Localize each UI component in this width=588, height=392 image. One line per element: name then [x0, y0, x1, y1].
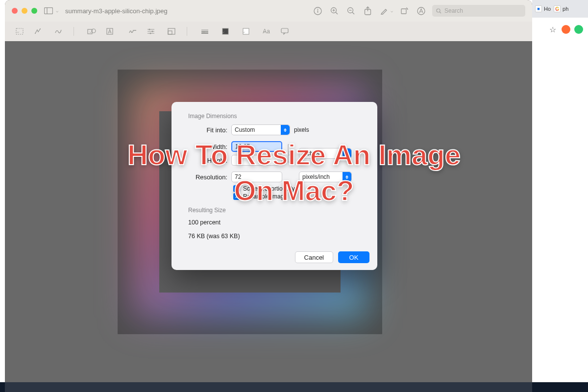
- section-label-dimensions: Image Dimensions: [188, 113, 369, 120]
- titlebar: ⌵ summary-m3-apple-silicon-chip.jpeg ⌵ S…: [5, 0, 532, 22]
- svg-point-16: [437, 9, 440, 12]
- extension-icon-green[interactable]: [574, 25, 583, 34]
- close-window-button[interactable]: [12, 8, 18, 14]
- resolution-label: Resolution:: [179, 173, 231, 181]
- chevron-down-icon[interactable]: ⌵: [391, 8, 393, 13]
- svg-point-3: [317, 9, 318, 10]
- chevron-down-icon: ⌵: [243, 29, 245, 34]
- svg-point-29: [150, 33, 151, 34]
- resolution-unit-value: pixels/inch: [302, 173, 330, 180]
- window-controls: [12, 8, 37, 14]
- instant-alpha-icon[interactable]: [32, 26, 43, 37]
- browser-toolbar-fragment: ☆: [532, 18, 588, 41]
- divider: [187, 27, 187, 36]
- select-arrows-icon: [343, 148, 351, 158]
- svg-rect-38: [289, 152, 293, 155]
- zoom-out-icon[interactable]: [345, 5, 356, 16]
- select-arrows-icon: [281, 125, 290, 135]
- document-filename: summary-m3-apple-silicon-chip.jpeg: [65, 7, 168, 15]
- chevron-down-icon: ⌵: [130, 29, 133, 34]
- sidebar-toggle-icon[interactable]: [43, 5, 54, 16]
- ok-button[interactable]: OK: [338, 251, 369, 263]
- resolution-input[interactable]: [231, 172, 282, 182]
- width-input[interactable]: [231, 141, 282, 152]
- highlight-icon[interactable]: [379, 5, 390, 16]
- divider: [74, 27, 74, 36]
- search-placeholder: Search: [444, 7, 463, 14]
- result-size: 76 KB (was 63 KB): [188, 232, 369, 241]
- dimension-unit-value: inches: [302, 150, 319, 157]
- browser-tab-1[interactable]: ■ Ho: [535, 5, 551, 12]
- svg-rect-30: [168, 28, 175, 34]
- svg-line-17: [440, 12, 441, 13]
- adjust-size-icon[interactable]: [166, 26, 177, 37]
- height-label: Height:: [179, 157, 231, 164]
- resample-image-label: Resample image: [243, 193, 287, 200]
- svg-point-27: [149, 29, 150, 30]
- tab-favicon: ■: [535, 5, 542, 12]
- text-icon[interactable]: [104, 26, 115, 37]
- chevron-down-icon: ⌵: [222, 29, 224, 34]
- svg-point-20: [40, 28, 41, 29]
- chevron-down-icon: ⌵: [263, 29, 266, 34]
- tab-label: Ho: [544, 6, 551, 12]
- dimension-unit-select[interactable]: inches: [299, 148, 352, 159]
- svg-line-6: [336, 12, 338, 14]
- result-percent: 100 percent: [188, 219, 369, 227]
- lock-aspect-icon[interactable]: [282, 138, 299, 169]
- scale-proportionally-checkbox[interactable]: ✓: [233, 185, 240, 192]
- fit-into-label: Fit into:: [179, 126, 231, 134]
- svg-line-10: [352, 12, 354, 14]
- tab-label: ph: [563, 6, 568, 12]
- browser-tab-2[interactable]: G ph: [554, 5, 568, 12]
- chevron-down-icon: ⌵: [17, 29, 19, 34]
- google-favicon-icon: G: [554, 5, 561, 12]
- select-arrows-icon: [343, 172, 351, 182]
- rotate-icon[interactable]: [399, 5, 410, 16]
- line-style-icon[interactable]: ⌵: [197, 26, 208, 37]
- resample-image-checkbox[interactable]: ✓: [233, 193, 240, 200]
- shapes-icon[interactable]: ⌵: [84, 26, 95, 37]
- chevron-down-icon[interactable]: ⌵: [56, 8, 58, 13]
- resolution-unit-select[interactable]: pixels/inch: [299, 172, 352, 182]
- adjust-size-dialog: Image Dimensions Fit into: Custom pixels…: [172, 102, 377, 270]
- section-label-result: Resulting Size: [188, 207, 369, 214]
- selection-tool-icon[interactable]: ⌵: [12, 26, 23, 37]
- extension-icon-orange[interactable]: [562, 25, 570, 34]
- svg-rect-37: [281, 28, 288, 33]
- svg-rect-4: [317, 10, 318, 13]
- adjust-color-icon[interactable]: [146, 26, 156, 37]
- bookmark-star-icon[interactable]: ☆: [548, 24, 558, 34]
- markup-icon[interactable]: [416, 5, 426, 16]
- chevron-down-icon: ⌵: [89, 29, 92, 34]
- page-footer-strip: [0, 382, 588, 392]
- browser-tabstrip: ■ Ho G ph: [532, 0, 588, 18]
- svg-point-19: [35, 33, 36, 34]
- svg-rect-0: [45, 8, 53, 14]
- cancel-button[interactable]: Cancel: [295, 251, 333, 263]
- svg-rect-14: [401, 9, 406, 14]
- zoom-window-button[interactable]: [31, 8, 37, 14]
- fill-color-icon[interactable]: ⌵: [238, 26, 249, 37]
- scale-proportionally-label: Scale proportionally: [243, 185, 294, 192]
- markup-toolbar: ⌵ ⌵ ⌵ ⌵ ⌵ ⌵ Aa⌵: [5, 22, 532, 41]
- border-color-icon[interactable]: ⌵: [218, 26, 228, 37]
- share-icon[interactable]: [362, 5, 373, 16]
- fit-into-unit: pixels: [294, 126, 309, 133]
- preview-app-window: ⌵ summary-m3-apple-silicon-chip.jpeg ⌵ S…: [5, 0, 532, 392]
- minimize-window-button[interactable]: [22, 8, 27, 14]
- sign-icon[interactable]: ⌵: [125, 26, 136, 37]
- width-label: Width:: [179, 143, 231, 150]
- search-field[interactable]: Search: [432, 5, 525, 17]
- zoom-in-icon[interactable]: [329, 5, 340, 16]
- svg-rect-31: [168, 31, 172, 34]
- info-icon[interactable]: [312, 5, 323, 16]
- height-input[interactable]: [231, 155, 282, 166]
- svg-point-28: [152, 31, 153, 32]
- fit-into-select[interactable]: Custom: [231, 124, 290, 135]
- fit-into-value: Custom: [235, 126, 255, 133]
- text-style-icon[interactable]: Aa⌵: [259, 26, 270, 37]
- search-icon: [436, 8, 441, 14]
- sketch-icon[interactable]: [53, 26, 64, 37]
- annotate-icon[interactable]: [279, 26, 290, 37]
